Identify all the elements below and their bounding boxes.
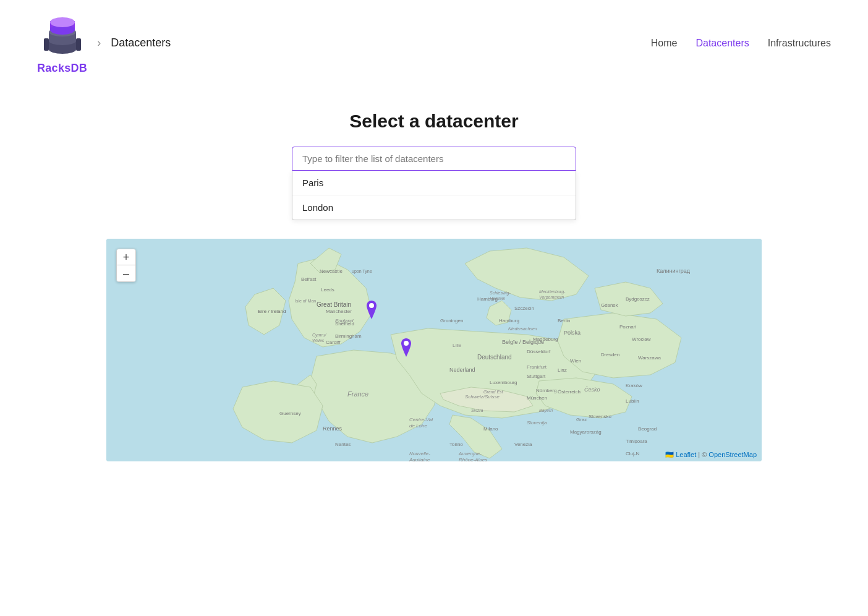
svg-text:Schweiz/Suisse: Schweiz/Suisse: [465, 394, 500, 400]
svg-point-86: [404, 341, 409, 346]
main-content: Select a datacenter Paris London: [0, 86, 868, 461]
svg-text:Beograd: Beograd: [638, 426, 657, 432]
svg-text:Eire / Ireland: Eire / Ireland: [258, 309, 286, 314]
svg-text:Kraków: Kraków: [626, 383, 642, 388]
breadcrumb-chevron-icon: ›: [97, 36, 101, 49]
svg-text:Holstein: Holstein: [490, 296, 505, 301]
logo-text-regular: Racks: [37, 62, 71, 74]
svg-text:Graz: Graz: [576, 417, 587, 422]
svg-text:Cymru/: Cymru/: [312, 333, 327, 338]
logo-link[interactable]: RacksDB: [37, 11, 87, 75]
svg-text:Grand Est: Grand Est: [483, 390, 504, 394]
header: RacksDB › Datacenters Home Datacenters I…: [0, 0, 868, 86]
svg-text:Warszawa: Warszawa: [638, 355, 662, 361]
svg-text:Wales: Wales: [312, 338, 325, 343]
map-attribution: 🇺🇦 Leaflet | © OpenStreetMap: [665, 451, 757, 459]
svg-text:Berlin: Berlin: [558, 318, 570, 323]
svg-text:Guernsey: Guernsey: [279, 411, 301, 416]
svg-text:Slovenija: Slovenija: [527, 420, 547, 426]
svg-text:Deutschland: Deutschland: [477, 354, 512, 361]
svg-text:Polska: Polska: [564, 330, 581, 336]
attribution-separator: | ©: [698, 451, 708, 458]
zoom-in-button[interactable]: +: [117, 249, 135, 265]
svg-text:Newcastle: Newcastle: [320, 268, 343, 274]
svg-text:Torino: Torino: [449, 442, 463, 447]
page-title: Select a datacenter: [349, 111, 518, 132]
filter-container: Paris London: [292, 147, 576, 220]
svg-text:Magyarország: Magyarország: [570, 429, 602, 435]
svg-text:Niedersachsen: Niedersachsen: [508, 327, 537, 331]
map-background: Great Britain Eire / Ireland France Deut…: [106, 239, 762, 461]
svg-point-8: [50, 17, 75, 27]
svg-text:Groningen: Groningen: [440, 318, 463, 323]
svg-text:Venezia: Venezia: [514, 442, 532, 447]
nav-home[interactable]: Home: [651, 38, 678, 49]
svg-text:Nederland: Nederland: [449, 367, 475, 373]
logo-text: RacksDB: [37, 62, 87, 75]
svg-text:Magdeburg: Magdeburg: [533, 336, 558, 342]
svg-text:Frankfurt: Frankfurt: [527, 364, 547, 370]
paris-pin[interactable]: [399, 338, 414, 357]
nav-datacenters[interactable]: Datacenters: [696, 38, 749, 49]
svg-text:Česko: Česko: [584, 387, 600, 393]
svg-text:Nouvelle-: Nouvelle-: [409, 451, 430, 456]
zoom-out-button[interactable]: –: [117, 265, 135, 281]
svg-text:Schleswig-: Schleswig-: [490, 291, 511, 296]
datacenter-dropdown: Paris London: [292, 171, 576, 220]
svg-text:Milano: Milano: [483, 426, 498, 432]
svg-text:Bayern: Bayern: [539, 408, 553, 413]
datacenter-item-london[interactable]: London: [292, 195, 576, 220]
nav-infrastructures[interactable]: Infrastructures: [768, 38, 831, 49]
svg-text:Wien: Wien: [570, 358, 581, 364]
svg-text:upon Tyne: upon Tyne: [352, 269, 372, 274]
svg-text:Hamburg: Hamburg: [499, 318, 519, 323]
svg-text:Slovensko: Slovensko: [589, 414, 611, 419]
leaflet-flag: 🇺🇦: [665, 451, 674, 458]
osm-link[interactable]: OpenStreetMap: [708, 451, 757, 458]
svg-text:Österreich: Österreich: [558, 389, 581, 395]
svg-text:Linz: Linz: [558, 367, 567, 373]
svg-text:Wrocław: Wrocław: [632, 336, 651, 342]
svg-text:Lublín: Lublín: [626, 398, 639, 404]
svg-text:Cluj-N: Cluj-N: [626, 451, 639, 456]
svg-text:Poznań: Poznań: [619, 324, 636, 330]
svg-text:Great Britain: Great Britain: [317, 301, 351, 308]
datacenter-filter-input[interactable]: [292, 147, 576, 171]
svg-text:Düsseldorf: Düsseldorf: [527, 349, 551, 354]
map-controls: + –: [116, 249, 136, 282]
svg-text:Timișoara: Timișoara: [626, 438, 647, 444]
nav: Home Datacenters Infrastructures: [651, 38, 831, 49]
svg-rect-9: [44, 38, 49, 51]
svg-text:Vorpommern: Vorpommern: [539, 295, 564, 300]
svg-text:Bydgoszcz: Bydgoszcz: [626, 296, 650, 302]
svg-text:France: France: [347, 390, 368, 398]
map-container: Great Britain Eire / Ireland France Deut…: [106, 239, 762, 461]
svg-point-85: [369, 303, 374, 308]
svg-text:Isle of Man: Isle of Man: [295, 299, 316, 303]
svg-text:Rennes: Rennes: [323, 426, 343, 432]
svg-text:de Loire: de Loire: [409, 423, 427, 429]
svg-text:Luxembourg: Luxembourg: [490, 380, 517, 385]
svg-text:Sheffield: Sheffield: [335, 321, 354, 327]
svg-text:Калининград: Калининград: [657, 268, 691, 274]
svg-text:Aquitaine: Aquitaine: [409, 457, 430, 461]
svg-text:Gdańsk: Gdańsk: [601, 302, 619, 308]
svg-text:Rhône-Alpes: Rhône-Alpes: [459, 457, 487, 461]
header-left: RacksDB › Datacenters: [37, 11, 171, 75]
svg-text:Auvergne-: Auvergne-: [458, 451, 482, 456]
svg-text:Szczecin: Szczecin: [514, 306, 534, 311]
svg-text:Birmingham: Birmingham: [335, 333, 362, 339]
svg-text:Svizra: Svizra: [471, 408, 483, 413]
breadcrumb-current: Datacenters: [111, 36, 171, 49]
svg-text:Leeds: Leeds: [321, 287, 334, 293]
svg-text:Nantes: Nantes: [335, 442, 351, 447]
svg-text:Mecklenburg-: Mecklenburg-: [539, 289, 566, 294]
logo-icon: [38, 11, 87, 61]
datacenter-item-paris[interactable]: Paris: [292, 171, 576, 195]
svg-rect-10: [76, 38, 81, 51]
logo-text-bold: DB: [71, 62, 88, 74]
london-pin[interactable]: [364, 301, 379, 319]
svg-text:Stuttgart: Stuttgart: [527, 374, 546, 379]
leaflet-link[interactable]: Leaflet: [676, 451, 696, 458]
svg-text:Dresden: Dresden: [601, 352, 619, 357]
